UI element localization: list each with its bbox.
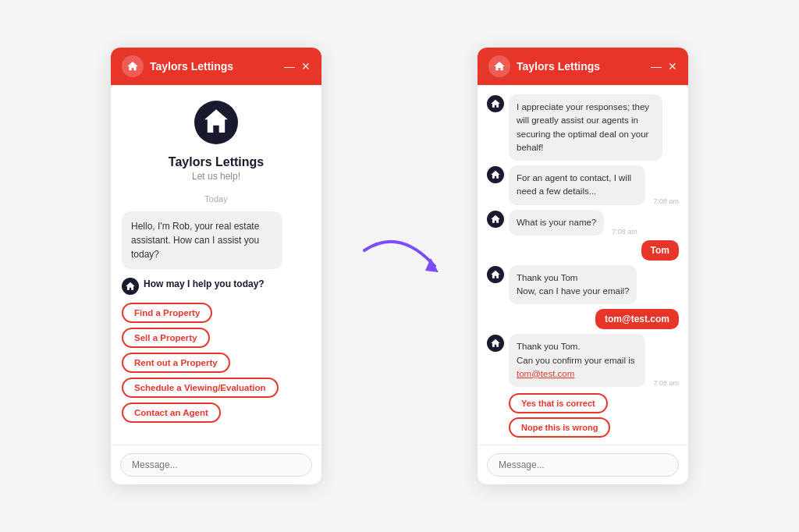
- right-close-button[interactable]: ✕: [668, 61, 677, 72]
- confirm-options: Yes that is correct Nope this is wrong: [509, 393, 610, 438]
- left-message-input[interactable]: [120, 453, 312, 477]
- right-msg-6: tom@test.com: [487, 309, 679, 329]
- right-chat-body: I appreciate your responses; they will g…: [478, 85, 688, 445]
- confirm-yes-button[interactable]: Yes that is correct: [509, 393, 608, 413]
- right-bot-avatar-5: [487, 266, 504, 283]
- right-msg-4: Tom: [487, 240, 679, 261]
- left-header: Taylors Lettings — ✕: [111, 48, 321, 85]
- left-input-bar: [111, 445, 321, 484]
- right-bot-avatar-2: [487, 166, 504, 183]
- right-msg-5: Thank you TomNow, can I have your email?: [487, 265, 679, 305]
- right-bot-avatar-7: [487, 335, 504, 352]
- brand-tagline: Let us help!: [192, 171, 240, 182]
- date-divider: Today: [204, 194, 227, 204]
- right-msg-bubble-7: Thank you Tom.Can you confirm your email…: [509, 334, 645, 387]
- right-bot-avatar-3: [487, 211, 504, 228]
- brand-name: Taylors Lettings: [169, 155, 264, 169]
- right-header-title: Taylors Lettings: [517, 60, 645, 73]
- right-msg-time-7: 7:08 am: [653, 379, 679, 387]
- option-rent-property[interactable]: Rent out a Property: [122, 353, 230, 373]
- bot-prompt-row: How may I help you today?: [122, 277, 265, 295]
- right-header-icon: [488, 55, 510, 77]
- option-sell-property[interactable]: Sell a Property: [122, 328, 210, 348]
- option-find-property[interactable]: Find a Property: [122, 303, 212, 323]
- left-header-actions: — ✕: [284, 61, 311, 72]
- left-chat-body: Taylors Lettings Let us help! Today Hell…: [111, 85, 321, 445]
- right-minimize-button[interactable]: —: [651, 61, 662, 72]
- brand-logo: [194, 101, 238, 147]
- right-header: Taylors Lettings — ✕: [478, 48, 688, 85]
- right-header-actions: — ✕: [651, 61, 677, 72]
- right-bot-avatar-1: [487, 95, 504, 112]
- right-msg-bubble-3: What is your name?: [509, 210, 604, 236]
- right-msg-2: For an agent to contact, I will need a f…: [487, 165, 679, 205]
- right-msg-bubble-5: Thank you TomNow, can I have your email?: [509, 265, 637, 305]
- arrow-container: [353, 235, 446, 297]
- options-list: Find a Property Sell a Property Rent out…: [122, 303, 311, 423]
- left-minimize-button[interactable]: —: [284, 61, 295, 72]
- option-schedule-viewing[interactable]: Schedule a Viewing/Evaluation: [122, 378, 279, 398]
- main-container: Taylors Lettings — ✕ Taylors Lettings Le…: [0, 0, 799, 532]
- curved-arrow: [357, 235, 442, 297]
- right-msg-time-3: 7:08 am: [612, 228, 637, 236]
- left-header-icon: [122, 55, 144, 77]
- right-user-bubble-email: tom@test.com: [595, 309, 679, 329]
- right-msg-3: What is your name? 7:08 am: [487, 210, 679, 236]
- right-chat-window: Taylors Lettings — ✕ I appreciate your r…: [478, 48, 688, 484]
- right-msg-7: Thank you Tom.Can you confirm your email…: [487, 334, 679, 387]
- bot-prompt-text: How may I help you today?: [144, 277, 265, 289]
- bot-avatar-left: [122, 278, 139, 295]
- right-msg-bubble-2: For an agent to contact, I will need a f…: [509, 165, 645, 205]
- right-msg-time-2: 7:08 am: [653, 197, 679, 205]
- right-input-bar: [478, 445, 688, 484]
- left-chat-window: Taylors Lettings — ✕ Taylors Lettings Le…: [111, 48, 321, 484]
- bot-greeting-bubble: Hello, I'm Rob, your real estate assista…: [122, 211, 282, 269]
- right-msg-1: I appreciate your responses; they will g…: [487, 94, 679, 161]
- right-message-input[interactable]: [487, 453, 679, 477]
- option-contact-agent[interactable]: Contact an Agent: [122, 403, 221, 423]
- left-close-button[interactable]: ✕: [301, 61, 311, 72]
- confirm-no-button[interactable]: Nope this is wrong: [509, 417, 610, 438]
- left-header-title: Taylors Lettings: [150, 60, 278, 73]
- right-msg-bubble-1: I appreciate your responses; they will g…: [509, 94, 662, 161]
- right-user-bubble-tom: Tom: [641, 240, 679, 261]
